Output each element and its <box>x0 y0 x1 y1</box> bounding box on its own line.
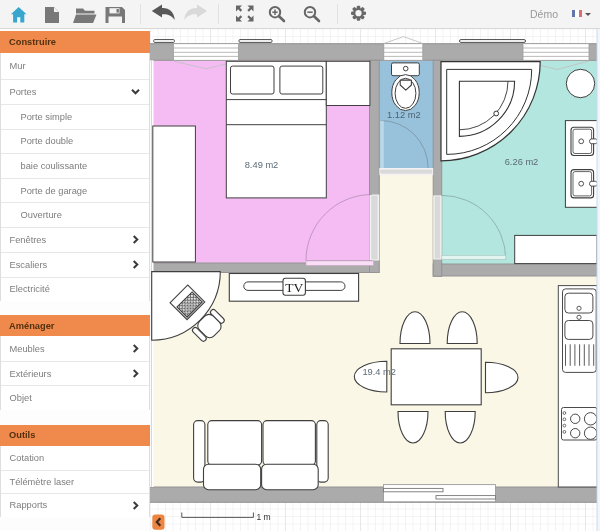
svg-text:8.49 m2: 8.49 m2 <box>245 160 279 170</box>
svg-text:1 m: 1 m <box>257 512 271 522</box>
svg-text:TV: TV <box>285 280 303 295</box>
svg-text:1.12 m2: 1.12 m2 <box>387 110 421 120</box>
svg-text:19.4 m2: 19.4 m2 <box>362 367 396 377</box>
svg-text:6.26 m2: 6.26 m2 <box>505 157 539 167</box>
